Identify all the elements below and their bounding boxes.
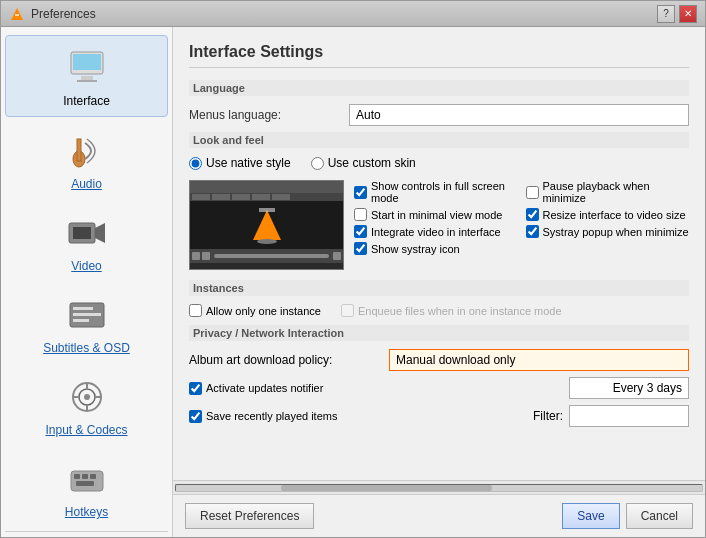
reset-preferences-button[interactable]: Reset Preferences: [185, 503, 314, 529]
preview-menubar: [190, 193, 343, 201]
horizontal-scrollbar[interactable]: [173, 480, 705, 494]
show-systray-check-label[interactable]: Show systray icon: [354, 242, 518, 255]
native-style-radio[interactable]: [189, 157, 202, 170]
allow-one-checkbox[interactable]: [189, 304, 202, 317]
preview-topbar: [190, 181, 343, 193]
allow-one-instance-label[interactable]: Allow only one instance: [189, 304, 321, 317]
resize-interface-checkbox[interactable]: [526, 208, 539, 221]
show-systray-label: Show systray icon: [371, 243, 460, 255]
close-button[interactable]: ✕: [679, 5, 697, 23]
custom-skin-radio[interactable]: [311, 157, 324, 170]
preview-video: [190, 201, 343, 249]
window-title: Preferences: [31, 7, 657, 21]
svg-rect-7: [77, 139, 81, 161]
native-style-label: Use native style: [206, 156, 291, 170]
show-controls-label: Show controls in full screen mode: [371, 180, 518, 204]
enqueue-files-label[interactable]: Enqueue files when in one instance mode: [341, 304, 562, 317]
main-scroll-area[interactable]: Interface Settings Language Menus langua…: [173, 27, 705, 480]
svg-rect-24: [82, 474, 88, 479]
window-controls: ? ✕: [657, 5, 697, 23]
svg-marker-9: [95, 223, 105, 243]
save-recently-row: Save recently played items Filter:: [189, 405, 689, 427]
native-style-option[interactable]: Use native style: [189, 156, 291, 170]
svg-point-17: [84, 394, 90, 400]
cone-stripe: [259, 208, 275, 212]
show-controls-check-label[interactable]: Show controls in full screen mode: [354, 180, 518, 204]
help-button[interactable]: ?: [657, 5, 675, 23]
enqueue-checkbox[interactable]: [341, 304, 354, 317]
interface-icon: [63, 44, 111, 92]
sidebar-item-video[interactable]: Video: [5, 201, 168, 281]
preview-menu-playback: [212, 194, 230, 200]
preferences-window: Preferences ? ✕ Interface: [0, 0, 706, 538]
filter-input[interactable]: [569, 405, 689, 427]
sidebar-label-video: Video: [71, 259, 101, 273]
sidebar-label-hotkeys: Hotkeys: [65, 505, 108, 519]
svg-rect-23: [74, 474, 80, 479]
integrate-video-check-label[interactable]: Integrate video in interface: [354, 225, 518, 238]
activate-updates-checkbox[interactable]: [189, 382, 202, 395]
h-scroll-thumb[interactable]: [281, 485, 491, 491]
hotkeys-icon: [63, 455, 111, 503]
start-minimal-check-label[interactable]: Start in minimal view mode: [354, 208, 518, 221]
systray-popup-checkbox[interactable]: [526, 225, 539, 238]
preview-menu-tools: [272, 194, 290, 200]
cancel-button[interactable]: Cancel: [626, 503, 693, 529]
activate-updates-label[interactable]: Activate updates notifier: [189, 382, 323, 395]
resize-interface-check-label[interactable]: Resize interface to video size: [526, 208, 690, 221]
start-minimal-checkbox[interactable]: [354, 208, 367, 221]
video-icon: [63, 209, 111, 257]
save-recently-label[interactable]: Save recently played items: [189, 410, 337, 423]
sidebar-item-input[interactable]: Input & Codecs: [5, 365, 168, 445]
svg-rect-10: [73, 227, 91, 239]
instances-row: Allow only one instance Enqueue files wh…: [189, 304, 689, 317]
privacy-section-label: Privacy / Network Interaction: [189, 325, 689, 341]
systray-popup-check-label[interactable]: Systray popup when minimize: [526, 225, 690, 238]
language-section-label: Language: [189, 80, 689, 96]
svg-rect-12: [73, 307, 93, 310]
style-options: Use native style Use custom skin: [189, 156, 689, 170]
main-panel: Interface Settings Language Menus langua…: [173, 27, 705, 537]
sidebar-item-audio[interactable]: Audio: [5, 119, 168, 199]
show-systray-checkbox[interactable]: [354, 242, 367, 255]
menus-language-input[interactable]: [349, 104, 689, 126]
menus-language-label: Menus language:: [189, 108, 349, 122]
sidebar-label-subtitles: Subtitles & OSD: [43, 341, 130, 355]
filter-label: Filter:: [533, 409, 563, 423]
album-art-dropdown[interactable]: [389, 349, 689, 371]
updates-row: Activate updates notifier: [189, 377, 689, 399]
sidebar-item-hotkeys[interactable]: Hotkeys: [5, 447, 168, 527]
show-controls-checkbox[interactable]: [354, 186, 367, 199]
pause-minimize-check-label[interactable]: Pause playback when minimize: [526, 180, 690, 204]
look-feel-section-label: Look and feel: [189, 132, 689, 148]
enqueue-label: Enqueue files when in one instance mode: [358, 305, 562, 317]
save-button[interactable]: Save: [562, 503, 619, 529]
pause-minimize-checkbox[interactable]: [526, 186, 539, 199]
sidebar: Interface Audio: [1, 27, 173, 537]
bottom-bar: Reset Preferences Save Cancel: [173, 494, 705, 537]
svg-rect-26: [76, 481, 94, 486]
svg-rect-1: [15, 14, 19, 16]
activate-updates-text: Activate updates notifier: [206, 382, 323, 394]
updates-days-input[interactable]: [569, 377, 689, 399]
sidebar-footer: Show settings Simple All: [5, 531, 168, 537]
instances-section-label: Instances: [189, 280, 689, 296]
sidebar-item-subtitles[interactable]: Subtitles & OSD: [5, 283, 168, 363]
window-content: Interface Audio: [1, 27, 705, 537]
sidebar-item-interface[interactable]: Interface: [5, 35, 168, 117]
svg-rect-14: [73, 319, 89, 322]
integrate-video-checkbox[interactable]: [354, 225, 367, 238]
page-title: Interface Settings: [189, 43, 689, 68]
svg-rect-5: [77, 80, 97, 82]
custom-skin-label: Use custom skin: [328, 156, 416, 170]
sidebar-label-input: Input & Codecs: [45, 423, 127, 437]
custom-skin-option[interactable]: Use custom skin: [311, 156, 416, 170]
input-icon: [63, 373, 111, 421]
save-recently-text: Save recently played items: [206, 410, 337, 422]
action-buttons: Save Cancel: [562, 503, 693, 529]
sidebar-label-interface: Interface: [63, 94, 110, 108]
h-scroll-track[interactable]: [175, 484, 703, 492]
preview-stop-btn: [202, 252, 210, 260]
cone-base: [257, 239, 277, 244]
save-recently-checkbox[interactable]: [189, 410, 202, 423]
